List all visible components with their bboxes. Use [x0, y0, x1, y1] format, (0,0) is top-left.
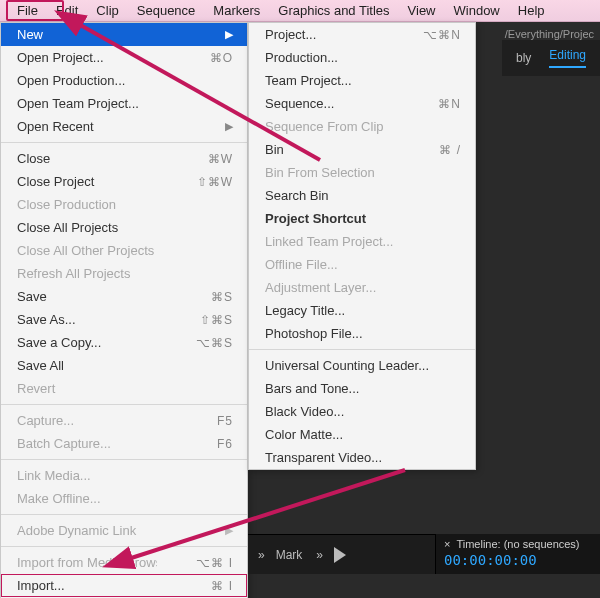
menu-item-save[interactable]: Save ⌘S: [1, 285, 247, 308]
menu-item-close[interactable]: Close ⌘W: [1, 147, 247, 170]
submenu-item-search-bin[interactable]: Search Bin: [249, 184, 475, 207]
menu-item-label: Bin From Selection: [265, 165, 375, 180]
menu-item-close-all-projects[interactable]: Close All Projects: [1, 216, 247, 239]
menu-item-label: Adobe Dynamic Link: [17, 523, 136, 538]
menu-item-adobe-dynamic-link: Adobe Dynamic Link ▶: [1, 519, 247, 542]
menu-window[interactable]: Window: [445, 3, 509, 18]
submenu-item-production[interactable]: Production...: [249, 46, 475, 69]
menu-item-label: Save All: [17, 358, 64, 373]
menu-item-label: Revert: [17, 381, 55, 396]
menu-item-label: Open Recent: [17, 119, 94, 134]
workspace-tab-editing[interactable]: Editing: [549, 48, 586, 68]
menu-item-make-offline: Make Offline...: [1, 487, 247, 510]
menu-item-label: Import from Media Browser: [17, 555, 157, 570]
menu-item-label: Link Media...: [17, 468, 91, 483]
menu-item-label: Make Offline...: [17, 491, 101, 506]
submenu-item-sequence[interactable]: Sequence... ⌘N: [249, 92, 475, 115]
shortcut-label: F5: [217, 414, 233, 428]
menu-item-label: Adjustment Layer...: [265, 280, 376, 295]
menu-markers[interactable]: Markers: [204, 3, 269, 18]
menu-item-label: Close Project: [17, 174, 94, 189]
menu-item-label: New: [17, 27, 43, 42]
shortcut-label: ⇧⌘W: [197, 175, 233, 189]
menu-item-label: Linked Team Project...: [265, 234, 393, 249]
new-submenu: Project... ⌥⌘N Production... Team Projec…: [248, 22, 476, 470]
submenu-item-bin[interactable]: Bin ⌘ /: [249, 138, 475, 161]
chevron-right-icon: ▶: [225, 524, 233, 537]
menu-item-label: Open Project...: [17, 50, 104, 65]
menu-clip[interactable]: Clip: [87, 3, 127, 18]
menu-graphics[interactable]: Graphics and Titles: [269, 3, 398, 18]
menu-item-label: Import...: [17, 578, 65, 593]
double-chevron-right-icon[interactable]: »: [316, 548, 320, 562]
submenu-item-universal-counting-leader[interactable]: Universal Counting Leader...: [249, 354, 475, 377]
menu-item-save-copy[interactable]: Save a Copy... ⌥⌘S: [1, 331, 247, 354]
menu-item-label: Legacy Title...: [265, 303, 345, 318]
shortcut-label: ⌥⌘N: [423, 28, 461, 42]
workspace-tabs: bly Editing: [502, 40, 600, 76]
submenu-item-legacy-title[interactable]: Legacy Title...: [249, 299, 475, 322]
shortcut-label: F6: [217, 437, 233, 451]
menu-item-label: Capture...: [17, 413, 74, 428]
menu-item-open-production[interactable]: Open Production...: [1, 69, 247, 92]
timecode: 00:00:00:00: [444, 552, 592, 568]
menu-help[interactable]: Help: [509, 3, 554, 18]
submenu-item-bars-and-tone[interactable]: Bars and Tone...: [249, 377, 475, 400]
menu-sequence[interactable]: Sequence: [128, 3, 205, 18]
menu-item-open-project[interactable]: Open Project... ⌘O: [1, 46, 247, 69]
menu-item-new[interactable]: New ▶: [1, 23, 247, 46]
shortcut-label: ⌘ I: [211, 579, 233, 593]
menu-item-label: Open Team Project...: [17, 96, 139, 111]
menu-file[interactable]: File: [8, 3, 47, 18]
menu-item-label: Sequence...: [265, 96, 334, 111]
menu-item-import-from-media-browser: Import from Media Browser ⌥⌘ I: [1, 551, 247, 574]
menu-item-import[interactable]: Import... ⌘ I: [1, 574, 247, 597]
menu-item-label: Open Production...: [17, 73, 125, 88]
workspace-tab-bly[interactable]: bly: [516, 51, 531, 65]
separator: [1, 459, 247, 460]
submenu-item-black-video[interactable]: Black Video...: [249, 400, 475, 423]
timeline-title: Timeline: (no sequences): [456, 538, 579, 550]
menu-item-label: Search Bin: [265, 188, 329, 203]
menu-item-label: Save a Copy...: [17, 335, 101, 350]
menu-item-label: Universal Counting Leader...: [265, 358, 429, 373]
menu-item-revert: Revert: [1, 377, 247, 400]
menu-item-label: Bin: [265, 142, 284, 157]
menu-item-save-as[interactable]: Save As... ⇧⌘S: [1, 308, 247, 331]
close-icon[interactable]: ×: [444, 538, 450, 550]
menu-item-capture: Capture... F5: [1, 409, 247, 432]
mark-label[interactable]: Mark: [276, 548, 303, 562]
menu-item-open-recent[interactable]: Open Recent ▶: [1, 115, 247, 138]
submenu-item-offline-file: Offline File...: [249, 253, 475, 276]
menu-item-batch-capture: Batch Capture... F6: [1, 432, 247, 455]
menu-item-label: Close All Projects: [17, 220, 118, 235]
shortcut-label: ⌥⌘ I: [196, 556, 233, 570]
submenu-item-sequence-from-clip: Sequence From Clip: [249, 115, 475, 138]
submenu-item-bin-from-selection: Bin From Selection: [249, 161, 475, 184]
menu-view[interactable]: View: [399, 3, 445, 18]
menu-item-label: Close All Other Projects: [17, 243, 154, 258]
svg-marker-0: [334, 547, 346, 563]
menu-item-close-project[interactable]: Close Project ⇧⌘W: [1, 170, 247, 193]
submenu-item-project-shortcut[interactable]: Project Shortcut: [249, 207, 475, 230]
menu-item-label: Batch Capture...: [17, 436, 111, 451]
chevron-right-icon: ▶: [225, 28, 233, 41]
play-icon[interactable]: [334, 547, 348, 563]
submenu-item-color-matte[interactable]: Color Matte...: [249, 423, 475, 446]
shortcut-label: ⇧⌘S: [200, 313, 233, 327]
shortcut-label: ⌘N: [438, 97, 461, 111]
submenu-item-photoshop-file[interactable]: Photoshop File...: [249, 322, 475, 345]
submenu-item-team-project[interactable]: Team Project...: [249, 69, 475, 92]
menu-item-label: Photoshop File...: [265, 326, 363, 341]
menu-item-close-all-other: Close All Other Projects: [1, 239, 247, 262]
submenu-item-transparent-video[interactable]: Transparent Video...: [249, 446, 475, 469]
app-menubar: File Edit Clip Sequence Markers Graphics…: [0, 0, 600, 22]
menu-item-save-all[interactable]: Save All: [1, 354, 247, 377]
double-chevron-right-icon[interactable]: »: [258, 548, 262, 562]
menu-item-label: Bars and Tone...: [265, 381, 359, 396]
menu-item-label: Transparent Video...: [265, 450, 382, 465]
menu-edit[interactable]: Edit: [47, 3, 87, 18]
menu-item-open-team-project[interactable]: Open Team Project...: [1, 92, 247, 115]
submenu-item-project[interactable]: Project... ⌥⌘N: [249, 23, 475, 46]
menu-item-label: Save As...: [17, 312, 76, 327]
